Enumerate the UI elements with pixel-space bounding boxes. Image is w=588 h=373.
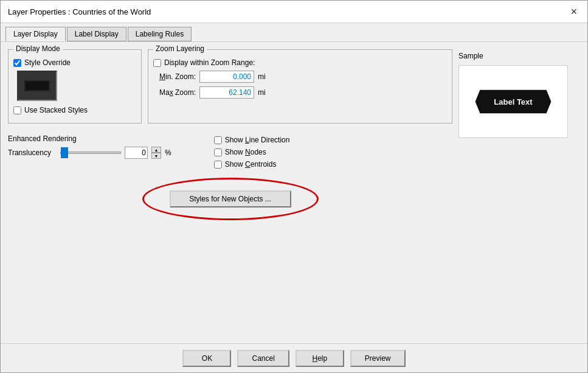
dialog-title: Layer Properties : Countries of the Worl… [8, 7, 151, 16]
translucency-value-input[interactable] [125, 147, 148, 159]
slider-bg [60, 152, 121, 154]
left-panel: Display Mode Style Override Use Stacked … [8, 49, 452, 336]
right-panel: Sample Label Text [458, 49, 580, 336]
cancel-button[interactable]: Cancel [237, 350, 289, 367]
tab-labeling-rules[interactable]: Labeling Rules [128, 27, 192, 41]
preview-label: Preview [365, 354, 391, 363]
max-zoom-input[interactable] [199, 86, 254, 99]
show-line-direction-label: Show Line Direction [225, 136, 290, 144]
close-button[interactable]: ✕ [568, 5, 580, 18]
tab-layer-display[interactable]: Layer Display [5, 27, 66, 41]
min-zoom-row: Min. Zoom: mi [153, 71, 447, 83]
styles-button-section: Styles for New Objects ... [8, 190, 452, 207]
display-within-zoom-checkbox[interactable] [153, 59, 161, 67]
sample-shape: Label Text [474, 85, 553, 119]
zoom-layering-title: Zoom Layering [153, 44, 207, 53]
style-preview[interactable] [17, 71, 57, 101]
top-section: Display Mode Style Override Use Stacked … [8, 49, 452, 124]
sample-text: Label Text [494, 97, 532, 106]
show-nodes-row: Show Nodes [214, 148, 290, 156]
use-stacked-styles-row: Use Stacked Styles [13, 106, 136, 114]
display-mode-title: Display Mode [13, 44, 63, 53]
max-zoom-label: Max Zoom: [153, 88, 196, 97]
min-zoom-input[interactable] [199, 71, 254, 83]
style-override-label: Style Override [24, 58, 71, 67]
spinner-up-button[interactable]: ▲ [151, 147, 161, 153]
show-centroids-label: Show Centroids [225, 160, 277, 169]
tab-label-display-label: Label Display [75, 30, 119, 38]
main-content: Display Mode Style Override Use Stacked … [1, 42, 587, 343]
enhanced-rendering-section: Enhanced Rendering Translucency ▲ ▼ [8, 134, 171, 172]
show-line-direction-row: Show Line Direction [214, 136, 290, 144]
spinner-down-button[interactable]: ▼ [151, 153, 161, 159]
show-centroids-checkbox[interactable] [214, 161, 222, 169]
layer-properties-dialog: Layer Properties : Countries of the Worl… [0, 0, 588, 373]
tabs-bar: Layer Display Label Display Labeling Rul… [1, 23, 587, 42]
percent-label: % [165, 148, 171, 157]
spinner-buttons: ▲ ▼ [151, 147, 161, 159]
style-override-row: Style Override [13, 58, 136, 67]
style-preview-inner [24, 80, 50, 91]
cancel-label: Cancel [252, 354, 274, 363]
max-zoom-unit: mi [258, 88, 266, 97]
zoom-layering-group: Zoom Layering Display within Zoom Range:… [148, 49, 452, 124]
checkboxes-right: Show Line Direction Show Nodes Show Cent… [214, 136, 290, 172]
tab-labeling-rules-label: Labeling Rules [136, 30, 184, 38]
use-stacked-styles-label: Use Stacked Styles [24, 106, 88, 114]
show-nodes-checkbox[interactable] [214, 148, 222, 156]
sample-area: Label Text [458, 65, 568, 138]
show-centroids-row: Show Centroids [214, 160, 290, 169]
display-within-zoom-label: Display within Zoom Range: [164, 58, 255, 67]
slider-thumb[interactable] [61, 147, 68, 158]
translucency-label: Translucency [8, 148, 57, 157]
tab-layer-display-label: Layer Display [13, 30, 58, 38]
max-zoom-row: Max Zoom: mi [153, 86, 447, 99]
enhanced-rendering-title: Enhanced Rendering [8, 134, 171, 143]
display-mode-group: Display Mode Style Override Use Stacked … [8, 49, 142, 124]
styles-for-new-objects-button[interactable]: Styles for New Objects ... [170, 190, 291, 207]
preview-button[interactable]: Preview [350, 350, 406, 367]
help-label: Help [312, 354, 327, 363]
min-zoom-label: Min. Zoom: [153, 72, 196, 81]
min-zoom-unit: mi [258, 72, 266, 81]
ok-button[interactable]: OK [182, 350, 231, 367]
show-line-direction-checkbox[interactable] [214, 136, 222, 144]
translucency-slider-track[interactable] [60, 147, 121, 158]
display-within-zoom-row: Display within Zoom Range: [153, 58, 447, 67]
tab-label-display[interactable]: Label Display [67, 27, 126, 41]
help-button[interactable]: Help [296, 350, 344, 367]
bottom-bar: OK Cancel Help Preview [1, 343, 587, 372]
sample-label: Sample [458, 52, 483, 60]
use-stacked-styles-checkbox[interactable] [13, 106, 21, 114]
middle-row: Enhanced Rendering Translucency ▲ ▼ [8, 132, 452, 172]
show-nodes-label: Show Nodes [225, 148, 266, 156]
title-bar: Layer Properties : Countries of the Worl… [1, 1, 587, 23]
translucency-row: Translucency ▲ ▼ % [8, 147, 171, 159]
style-override-checkbox[interactable] [13, 59, 21, 67]
ok-label: OK [202, 354, 212, 363]
